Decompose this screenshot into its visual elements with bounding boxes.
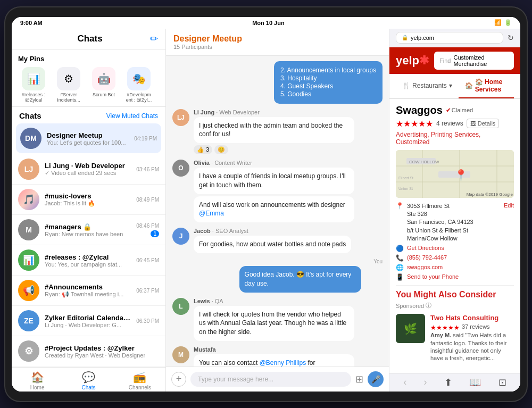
browser-bar: 🔒 yelp.com ↻ [389,29,520,47]
chat-info-music-lovers: #music-lovers Jacob: This is lit 🔥 [45,192,131,207]
addr-line1: 3053 Fillmore St [407,202,501,210]
chat-item-announcements[interactable]: 📢 #Announcements Ryan: 📢 Townhall meetin… [12,276,165,306]
address-row: 📍 3053 Fillmore St Ste 328 San Francisco… [396,202,514,243]
channels-icon: 📻 [133,371,146,384]
website-text[interactable]: swaggos.com [407,264,443,270]
addr-line3: San Francisco, CA 94123 [407,218,501,226]
sponsored-stars: ★★★★★ [430,324,460,331]
reactions-li-jung: 👍 3 😊 [194,145,383,154]
pinned-label-dev: #Developm ent : @Zyl... [123,92,154,104]
add-attachment-button[interactable]: + [171,372,186,387]
find-value: Customized Merchandise [453,54,509,67]
reload-icon[interactable]: ↻ [508,34,514,42]
send-to-phone-link[interactable]: Send to your Phone [407,273,459,280]
pinned-section-title: My Pins [18,55,159,63]
restaurant-icon: 🍴 [402,82,410,89]
chat-item-project-updates[interactable]: ⚙ #Project Updates : @Zylker Created by … [12,336,165,367]
status-bar-right: 📶 🔋 [494,19,512,26]
chat-info-zylker-editorial: Zylker Editorial Calendar R... Li Jung ·… [45,314,131,328]
chat-info-designer-meetup: Designer Meetup You: Let's get quotes fo… [47,131,129,146]
biz-name-row: Swaggos ✔ Claimed [396,104,514,116]
msg-sender-mustafa: Mustafa [194,346,383,353]
chat-name-designer-meetup: Designer Meetup [47,131,129,139]
business-stars: ★★★★★ [396,119,433,129]
yelp-logo: yelp✱ [396,54,429,68]
status-date: Mon 10 Jun [252,20,285,26]
nav-home-services[interactable]: 🏠 🏠 Home Services [459,74,514,98]
nav-restaurants[interactable]: 🍴 Restaurants ▾ [396,74,459,98]
chat-time-li-jung: 03:46 PM [136,166,159,172]
sponsored-label: Sponsored ⓘ [396,302,514,310]
home-services-icon: 🏠 [465,82,473,89]
send-phone-row: 📱 Send to your Phone [396,273,514,281]
chat-time-managers: 08:46 PM [136,223,159,229]
msg-content-lewis: Lewis · QA I will check for quotes from … [194,298,383,341]
avatar-designer-meetup: DM [20,128,41,149]
details-button[interactable]: 🖼 Details [467,119,500,128]
bookmark-button[interactable]: 📖 [469,377,481,388]
msg-content-olivia: Olivia · Content Writer I have a couple … [194,160,383,222]
sponsored-review-count: 37 reviews [462,323,490,330]
tab-bar: 🏠 Home 💬 Chats 📻 Channels [12,367,165,392]
yelp-find-bar[interactable]: Find Customized Merchandise [434,52,514,70]
lock-icon: 🔒 [402,35,408,40]
wifi-icon: 📶 [494,19,502,26]
chat-item-designer-meetup[interactable]: DM Designer Meetup You: Let's get quotes… [16,123,161,153]
reaction-smile[interactable]: 😊 [214,145,228,154]
chat-item-li-jung[interactable]: LJ Li Jung · Web Developer ✓ Video call … [12,154,165,185]
chat-item-managers[interactable]: M #managers 🔒 Ryan: New memos have been … [12,215,165,245]
avatar-managers: M [18,219,39,240]
message-you-1: You Good idea Jacob. 😎 It's apt for ever… [239,259,383,293]
chats-panel-title: Chats [30,34,150,44]
reaction-thumbs-up[interactable]: 👍 3 [194,145,212,154]
pinned-item-scrum[interactable]: 🤖 Scrum Bot [88,67,119,104]
keyboard-icon[interactable]: ⊞ [355,373,363,385]
chat-item-music-lovers[interactable]: 🎵 #music-lovers Jacob: This is lit 🔥 08:… [12,185,165,215]
chat-item-releases[interactable]: 📊 #releases : @Zylcal You: Yes, our camp… [12,245,165,276]
view-muted-button[interactable]: View Muted Chats [106,112,158,120]
chat-name-music-lovers: #music-lovers [45,192,131,200]
home-icon: 🏠 [31,371,44,384]
pinned-section: My Pins 📊 #releases : @Zylcal ⚙ #Server … [12,49,165,107]
chat-list: DM Designer Meetup You: Let's get quotes… [12,122,165,367]
pinned-item-server[interactable]: ⚙ #Server Incidents... [53,67,84,104]
announcement-wrapper: 2. Announcements in local groups 3. Hosp… [172,61,383,104]
main-content: Chats ✏ My Pins 📊 #releases : @Zylcal ⚙ … [12,29,520,392]
tab-home[interactable]: 🏠 Home [12,371,63,390]
divider [396,285,514,286]
msg-bubble-jacob: For goodies, how about water bottles and… [194,236,351,253]
message-input[interactable]: Type your message here... [190,372,351,387]
address-text: 3053 Fillmore St Ste 328 San Francisco, … [407,202,501,243]
message-lewis: L Lewis · QA I will check for quotes fro… [172,298,383,341]
get-directions-link[interactable]: Get Directions [407,245,444,251]
pinned-item-releases[interactable]: 📊 #releases : @Zylcal [18,67,49,104]
svg-text:Filbert St: Filbert St [398,176,413,180]
tablet-inner: 9:00 AM Mon 10 Jun 📶 🔋 Chats ✏ My Pins [12,17,520,392]
sponsored-review-text: Amy M. said "Two Hats did a fantastic lo… [430,331,514,362]
map-pin: 📍 [454,169,468,181]
tab-chats[interactable]: 💬 Chats [63,371,114,390]
pinned-icon-scrum: 🤖 [92,67,115,90]
forward-button[interactable]: › [424,377,427,388]
url-bar[interactable]: 🔒 yelp.com [396,32,503,44]
edit-icon[interactable]: ✏ [150,33,158,45]
tab-channels[interactable]: 📻 Channels [114,371,165,390]
chat-preview-music-lovers: Jacob: This is lit 🔥 [45,200,131,207]
avatar-msg-lewis: L [172,298,189,315]
msg-bubble-you-1: Good idea Jacob. 😎 It's apt for every da… [239,266,361,293]
sponsored-name[interactable]: Two Hats Consulting [430,314,514,322]
tabs-button[interactable]: ⊡ [498,377,506,388]
messages-area: 2. Announcements in local groups 3. Hosp… [166,56,389,367]
phone-text[interactable]: (855) 792-4467 [407,254,447,261]
share-button[interactable]: ⬆ [444,377,452,388]
chat-info-managers: #managers 🔒 Ryan: New memos have been [45,223,131,237]
addr-neighborhood: b/t Union St & Filbert St [407,227,501,235]
chat-info-li-jung: Li Jung · Web Developer ✓ Video call end… [45,162,131,177]
mic-button[interactable]: 🎤 [368,371,384,387]
chat-name-releases: #releases : @Zylcal [45,253,131,261]
chat-item-zylker-editorial[interactable]: ZE Zylker Editorial Calendar R... Li Jun… [12,306,165,336]
addr-line2: Ste 328 [407,210,501,218]
pinned-item-dev[interactable]: 🎭 #Developm ent : @Zyl... [123,67,154,104]
back-button[interactable]: ‹ [403,377,406,388]
edit-address-link[interactable]: Edit [504,202,514,209]
